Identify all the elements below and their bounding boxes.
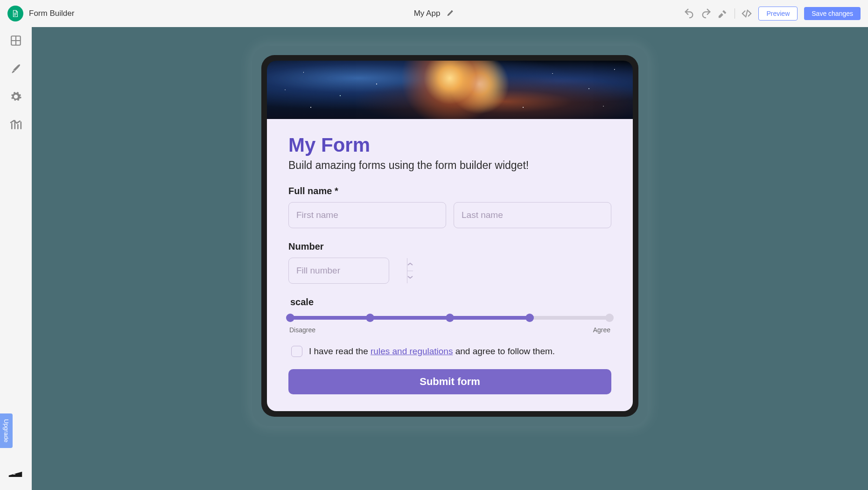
scale-dot-3[interactable] xyxy=(446,314,454,322)
document-icon xyxy=(11,9,20,18)
consent-checkbox[interactable] xyxy=(291,346,302,357)
gear-icon[interactable] xyxy=(10,91,22,105)
upgrade-tab[interactable]: Upgrade xyxy=(0,413,13,448)
scale-dot-2[interactable] xyxy=(366,314,374,322)
number-stepper xyxy=(407,258,413,283)
form-widget-frame: My Form Build amazing forms using the fo… xyxy=(261,55,638,417)
code-icon[interactable] xyxy=(742,8,752,19)
app-name: My App xyxy=(414,9,441,18)
form-header-image xyxy=(267,61,633,119)
scale-label: scale xyxy=(288,297,611,308)
redo-icon[interactable] xyxy=(701,8,711,19)
analytics-icon[interactable] xyxy=(10,119,22,133)
consent-suffix: and agree to follow them. xyxy=(453,346,555,356)
left-sidebar: Upgrade xyxy=(0,27,32,490)
app-name-section: My App xyxy=(414,9,455,19)
scale-slider[interactable] xyxy=(290,314,609,322)
stepper-up-icon[interactable] xyxy=(407,258,413,271)
last-name-input[interactable] xyxy=(454,202,611,228)
app-label: Form Builder xyxy=(29,9,74,18)
scale-label-lo: Disagree xyxy=(289,326,315,334)
form-body: My Form Build amazing forms using the fo… xyxy=(267,119,633,411)
editor-canvas[interactable]: My Form Build amazing forms using the fo… xyxy=(32,27,868,490)
fullname-label: Full name * xyxy=(288,186,611,196)
number-input[interactable] xyxy=(296,266,407,276)
form-title: My Form xyxy=(288,134,611,156)
save-changes-button[interactable]: Save changes xyxy=(804,7,861,20)
brush-icon[interactable] xyxy=(10,63,22,77)
terminal-icon[interactable] xyxy=(7,468,24,481)
scale-dot-4[interactable] xyxy=(525,314,534,322)
rules-link[interactable]: rules and regulations xyxy=(371,346,453,356)
number-label: Number xyxy=(288,241,611,252)
form-widget-selection[interactable]: My Form Build amazing forms using the fo… xyxy=(252,46,648,426)
header-divider xyxy=(735,8,735,19)
consent-text: I have read the rules and regulations an… xyxy=(309,346,555,357)
top-header: Form Builder My App Preview Save changes xyxy=(0,0,868,27)
gavel-icon[interactable] xyxy=(718,8,728,19)
scale-dot-1[interactable] xyxy=(286,314,294,322)
app-logo[interactable] xyxy=(7,6,23,21)
number-input-wrap xyxy=(288,258,389,284)
scale-track-fill xyxy=(290,316,530,320)
undo-icon[interactable] xyxy=(684,8,694,19)
preview-button[interactable]: Preview xyxy=(758,7,798,21)
form-subtitle: Build amazing forms using the form build… xyxy=(288,159,611,172)
scale-label-hi: Agree xyxy=(593,326,610,334)
grid-icon[interactable] xyxy=(10,35,22,49)
submit-button[interactable]: Submit form xyxy=(288,369,611,394)
first-name-input[interactable] xyxy=(288,202,446,228)
edit-app-name-icon[interactable] xyxy=(447,9,454,19)
consent-prefix: I have read the xyxy=(309,346,371,356)
stepper-down-icon[interactable] xyxy=(407,271,413,284)
scale-dot-5[interactable] xyxy=(605,314,614,322)
